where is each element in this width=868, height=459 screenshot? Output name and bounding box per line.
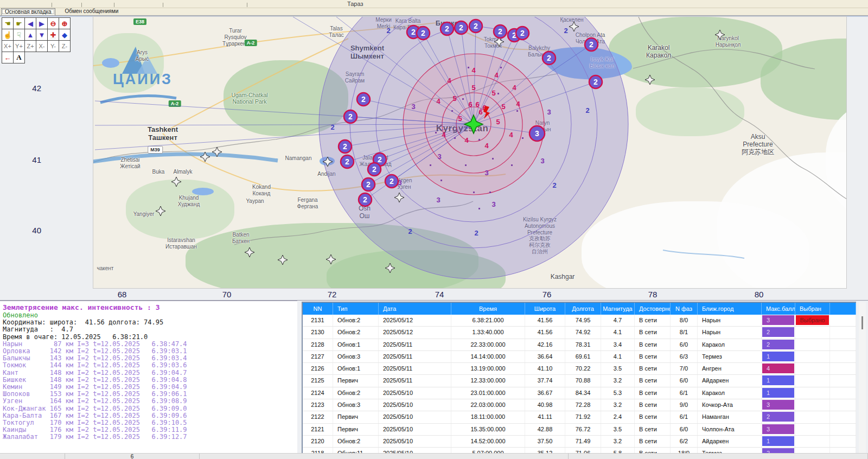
intensity-marker[interactable]: 2 (362, 178, 375, 191)
intensity-number: 5 (496, 118, 500, 126)
intensity-badge: 1 (762, 436, 794, 446)
table-row[interactable]: 2128Обнов:12025/05/1122.33:00.00042.1678… (303, 339, 856, 351)
table-cell: 2025/05/10 (379, 436, 451, 447)
cell-filler (830, 387, 856, 399)
arrow-up-icon: ▲ (27, 31, 34, 39)
column-header[interactable]: Ближ.город (698, 303, 762, 315)
lon-label: 78 (642, 290, 663, 299)
intensity-marker[interactable]: 2 (455, 21, 468, 34)
z-plus-button[interactable]: Z+ (24, 40, 36, 52)
hand-point-left-icon[interactable]: ☚ (2, 17, 14, 29)
table-row[interactable]: 2122Первич2025/05/1018.11:00.00041.1171.… (303, 411, 856, 423)
table-row[interactable]: 2131Обнов:22025/05/126.38:21.00041.5674.… (303, 315, 856, 327)
book-icon[interactable]: ◆ (59, 29, 71, 41)
table-cell: В сети (635, 339, 671, 350)
x-minus-button[interactable]: X- (36, 40, 48, 52)
intensity-number: 2 (386, 27, 390, 35)
y-minus-button[interactable]: Y- (47, 40, 59, 52)
table-cell: 70.88 (565, 375, 601, 386)
marker-value: 2 (378, 155, 382, 164)
intensity-marker[interactable]: 2 (368, 163, 381, 176)
table-cell: 12.33:00.000 (451, 375, 525, 386)
table-cell: Айдаркен (698, 375, 762, 386)
intensity-marker[interactable]: 2 (469, 20, 482, 33)
table-cell: 14.52:00.000 (451, 436, 525, 447)
zoom-in-icon[interactable]: ⊕ (59, 17, 71, 29)
tab-messages[interactable]: Обмен сообщениями (62, 8, 122, 15)
lat-label: 42 (23, 84, 41, 93)
table-cell: Обнов:2 (333, 436, 379, 447)
table-cell: Обнов:11 (333, 448, 379, 453)
table-row[interactable]: 2126Обнов:12025/05/1113.19:00.00041.1070… (303, 363, 856, 375)
tab-main[interactable]: Основная вкладка (1, 8, 55, 15)
letter-a-button[interactable]: A (13, 52, 25, 63)
intensity-marker[interactable]: 2 (441, 22, 454, 35)
status-bar: 6 (0, 453, 868, 459)
table-cell: В сети (635, 411, 671, 423)
report-dot (451, 110, 453, 112)
intensity-marker[interactable]: 2 (341, 155, 354, 168)
column-header[interactable]: Достоверно (635, 303, 671, 315)
marker-value: 2 (372, 165, 376, 174)
table-row[interactable]: 2123Обнов:32025/05/1022.03:00.00040.9872… (303, 399, 856, 411)
strip-mark (52, 3, 52, 7)
intensity-marker[interactable]: 2 (385, 175, 398, 188)
column-header[interactable]: Тип (333, 303, 379, 315)
intensity-marker[interactable]: 2 (516, 27, 529, 40)
events-table[interactable]: NNТипДатаВремяШиротаДолготаМагнитудаДост… (302, 302, 856, 453)
intensity-marker[interactable]: 2 (344, 110, 357, 123)
intensity-marker[interactable]: 2 (339, 140, 352, 153)
strip-mark (114, 3, 114, 7)
x-plus-button[interactable]: X+ (2, 40, 14, 52)
column-header[interactable]: Время (451, 303, 525, 315)
table-row[interactable]: 2118Обнов:112025/05/105.07:00.00035.1271… (303, 448, 856, 453)
intensity-number: 6 (475, 100, 479, 109)
hand-point-up-icon[interactable]: ☝ (2, 29, 14, 41)
station-star-icon (200, 152, 210, 162)
intensity-marker[interactable]: 3 (529, 126, 545, 141)
zoom-out-icon[interactable]: ⊖ (47, 17, 59, 29)
column-header[interactable]: NN (303, 303, 333, 315)
back-arrow-button[interactable]: ← (2, 52, 14, 63)
intensity-marker[interactable]: 2 (542, 52, 556, 65)
column-header[interactable]: Долгота (565, 303, 601, 315)
table-row[interactable]: 2125Первич2025/05/1112.33:00.00037.7470.… (303, 375, 856, 387)
lat-label: 40 (23, 226, 41, 235)
table-row[interactable]: 2120Обнов:22025/05/1014.52:00.00037.5071… (303, 436, 856, 448)
station-star-icon (171, 177, 181, 187)
table-row[interactable]: 2127Обнов:32025/05/1114.14:00.00036.6469… (303, 351, 856, 363)
intensity-marker[interactable]: 2 (589, 75, 602, 88)
arrow-left-icon[interactable]: ◀ (24, 17, 36, 29)
table-row[interactable]: 2124Обнов:22025/05/1023.01:00.00036.6784… (303, 387, 856, 399)
table-row[interactable]: 2121Первич2025/05/1015.35:00.00042.8876.… (303, 424, 856, 436)
column-header[interactable]: Магнитуда (601, 303, 635, 315)
z-minus-button[interactable]: Z- (59, 40, 71, 52)
intensity-marker[interactable]: 2 (585, 38, 598, 51)
intensity-marker[interactable]: 2 (357, 93, 370, 106)
column-header[interactable]: Дата (379, 303, 451, 315)
table-cell: 2025/05/10 (379, 411, 451, 423)
column-header[interactable]: N фаз (671, 303, 698, 315)
table-row[interactable]: 2130Обнов:22025/05/121.33:40.00041.5674.… (303, 327, 856, 339)
intensity-marker[interactable]: 2 (359, 193, 372, 206)
arrow-down-icon[interactable]: ▼ (36, 29, 48, 41)
y-plus-button[interactable]: Y+ (13, 40, 25, 52)
intensity-marker[interactable]: 2 (494, 25, 507, 38)
hand-point-right-icon[interactable]: ☛ (13, 17, 25, 29)
column-header[interactable]: Выбран (795, 303, 830, 315)
arrow-up-icon[interactable]: ▲ (24, 29, 36, 41)
scrollbar-thumb[interactable] (861, 316, 863, 329)
table-cell: 15.35:00.000 (451, 424, 525, 435)
intensity-marker[interactable]: 2 (417, 27, 430, 40)
city-arrival-line: Токмок 144 км I=2 t=12.05.2025 6.39:03.6 (3, 362, 297, 369)
ambulance-icon[interactable]: ✚ (47, 29, 59, 41)
column-header[interactable]: Широта (525, 303, 565, 315)
map-canvas[interactable]: ЦАИИЗTashkentТашкентArysАрысShymkentШымк… (93, 17, 846, 288)
hand-point-down-icon[interactable]: ☟ (13, 29, 25, 41)
table-scrollbar[interactable] (859, 302, 866, 453)
y-minus-button: Y- (50, 43, 56, 49)
column-header[interactable]: Макс.балл (762, 303, 795, 315)
arrow-right-icon[interactable]: ▶ (36, 17, 48, 29)
table-cell: В сети (635, 375, 671, 386)
table-cell: Первич (333, 424, 379, 435)
